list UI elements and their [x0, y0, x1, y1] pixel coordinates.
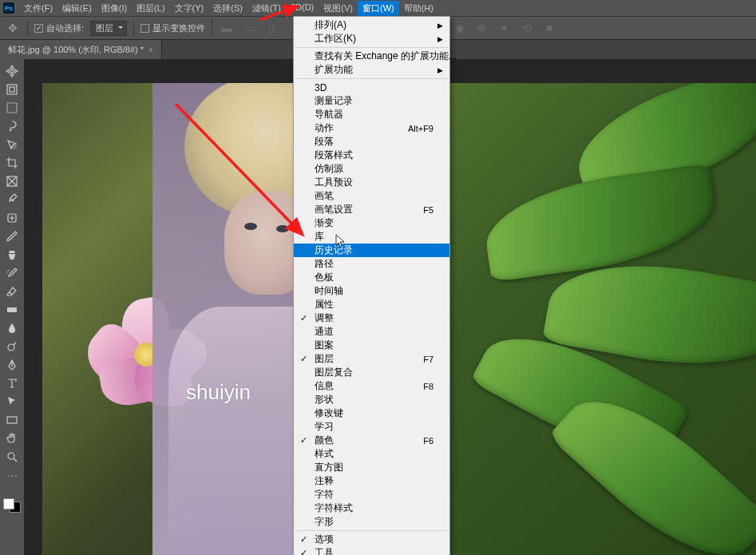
move-tool[interactable]	[2, 62, 22, 80]
menu-item-[interactable]: ✓图层F7	[294, 352, 449, 366]
menu-帮助[interactable]: 帮助(H)	[399, 1, 438, 16]
menu-item-[interactable]: 路径	[294, 257, 449, 271]
menu-item-[interactable]: 注释	[294, 474, 449, 488]
3d-3-icon: ✦	[497, 20, 513, 36]
dodge-tool[interactable]	[2, 338, 22, 355]
menu-item-label: 扩展功能	[315, 63, 353, 77]
menu-bar: Ps 文件(F)编辑(E)图像(I)图层(L)文字(Y)选择(S)滤镜(T)3D…	[0, 0, 756, 16]
marquee-tool[interactable]	[2, 99, 22, 117]
menu-item-[interactable]: 修改键	[294, 406, 449, 420]
menu-视图[interactable]: 视图(V)	[319, 1, 358, 16]
show-transform-checkbox[interactable]: 显示变换控件	[141, 22, 205, 34]
quick-select-tool[interactable]	[2, 136, 22, 153]
menu-图层[interactable]: 图层(L)	[132, 1, 169, 16]
menu-item-label: 学习	[315, 420, 334, 434]
menu-3d[interactable]: 3D(D)	[286, 1, 319, 16]
menu-item-[interactable]: 字符样式	[294, 501, 449, 515]
menu-item-[interactable]: 学习	[294, 420, 449, 434]
menu-item-[interactable]: 历史记录	[294, 244, 449, 257]
menu-item-[interactable]: 图案	[294, 339, 449, 352]
menu-item-[interactable]: ✓选项	[294, 533, 449, 546]
pen-tool[interactable]	[2, 356, 22, 374]
menu-item-[interactable]: 色板	[294, 271, 449, 284]
menu-item-[interactable]: 画笔设置F5	[294, 203, 449, 216]
color-swatch[interactable]	[3, 498, 21, 513]
zoom-tool[interactable]	[2, 448, 22, 466]
menu-item-[interactable]: 样式	[294, 447, 449, 461]
menu-item-[interactable]: 渐变	[294, 216, 449, 230]
menu-item-[interactable]: 直方图	[294, 461, 449, 474]
close-tab-icon[interactable]: ×	[148, 46, 153, 54]
menu-item-[interactable]: 工具预设	[294, 176, 449, 189]
menu-item-K[interactable]: 工作区(K)▶	[294, 32, 449, 46]
menu-item-[interactable]: 仿制源	[294, 162, 449, 176]
menu-编辑[interactable]: 编辑(E)	[57, 1, 97, 16]
menu-item-[interactable]: 信息F8	[294, 379, 449, 393]
menu-item-[interactable]: 测量记录	[294, 94, 449, 108]
brush-tool[interactable]	[2, 228, 22, 245]
history-brush-tool[interactable]	[2, 264, 22, 282]
auto-select-dropdown[interactable]: 图层	[90, 21, 127, 36]
menu-item-[interactable]: 字形	[294, 515, 449, 529]
menu-选择[interactable]: 选择(S)	[208, 1, 247, 16]
menu-item-label: 排列(A)	[315, 18, 346, 32]
gradient-tool[interactable]	[2, 301, 22, 319]
menu-文字[interactable]: 文字(Y)	[170, 1, 209, 16]
type-tool[interactable]	[2, 375, 22, 392]
menu-item-[interactable]: 通道	[294, 325, 449, 339]
auto-select-checkbox[interactable]: ✓自动选择:	[34, 22, 84, 34]
frame-tool[interactable]	[2, 172, 22, 190]
menu-item-3D[interactable]: 3D	[294, 81, 449, 94]
document-tab[interactable]: 鲜花.jpg @ 100% (水印, RGB/8#) * ×	[0, 40, 162, 59]
menu-item-[interactable]: 库	[294, 230, 449, 244]
menu-item-A[interactable]: 排列(A)▶	[294, 18, 449, 32]
menu-item-[interactable]: 时间轴	[294, 284, 449, 298]
check-icon: ✓	[300, 354, 307, 364]
menu-文件[interactable]: 文件(F)	[19, 1, 57, 16]
menu-item-Exchange[interactable]: 查找有关 Exchange 的扩展功能...	[294, 50, 449, 63]
edit-toolbar[interactable]: ⋯	[2, 466, 22, 484]
hand-tool[interactable]	[2, 430, 22, 447]
menu-item-[interactable]: 扩展功能▶	[294, 63, 449, 77]
menu-item-label: 工具	[315, 546, 334, 555]
3d-2-icon: ⊕	[474, 20, 490, 36]
menu-item-[interactable]: ✓工具	[294, 546, 449, 555]
menu-item-[interactable]: 形状	[294, 393, 449, 406]
lasso-tool[interactable]	[2, 117, 22, 135]
crop-tool[interactable]	[2, 154, 22, 172]
menu-item-[interactable]: 导航器	[294, 108, 449, 121]
menu-item-[interactable]: 属性	[294, 298, 449, 311]
menu-item-[interactable]: 段落	[294, 135, 449, 149]
menu-item-label: 直方图	[315, 461, 343, 474]
menu-item-label: 段落样式	[315, 149, 353, 162]
menu-窗口[interactable]: 窗口(W)	[358, 1, 399, 16]
blur-tool[interactable]	[2, 319, 22, 337]
menu-separator	[295, 47, 449, 48]
menu-item-label: 渐变	[315, 216, 334, 230]
menu-item-[interactable]: 段落样式	[294, 149, 449, 162]
menu-图像[interactable]: 图像(I)	[97, 1, 132, 16]
menu-item-label: 仿制源	[315, 162, 343, 176]
menu-item-[interactable]: ✓调整	[294, 311, 449, 325]
artboard-tool[interactable]	[2, 81, 22, 98]
svg-rect-0	[7, 85, 17, 94]
menu-item-[interactable]: 画笔	[294, 189, 449, 203]
menu-item-[interactable]: 字符	[294, 488, 449, 501]
menu-separator	[295, 530, 449, 531]
menu-item-[interactable]: 动作Alt+F9	[294, 121, 449, 135]
menu-item-label: 画笔	[315, 189, 334, 203]
eyedropper-tool[interactable]	[2, 191, 22, 208]
menu-滤镜[interactable]: 滤镜(T)	[247, 1, 286, 16]
eraser-tool[interactable]	[2, 283, 22, 300]
3d-4-icon: ⟲	[519, 20, 535, 36]
heal-tool[interactable]	[2, 209, 22, 227]
menu-item-label: 修改键	[315, 406, 343, 420]
menu-item-[interactable]: ✓颜色F6	[294, 434, 449, 447]
menu-item-label: 图案	[315, 339, 334, 352]
rectangle-tool[interactable]	[2, 411, 22, 429]
menu-item-label: 图层复合	[315, 366, 353, 379]
menu-item-label: 调整	[315, 311, 334, 325]
path-select-tool[interactable]	[2, 393, 22, 410]
menu-item-[interactable]: 图层复合	[294, 366, 449, 379]
clone-tool[interactable]	[2, 246, 22, 264]
